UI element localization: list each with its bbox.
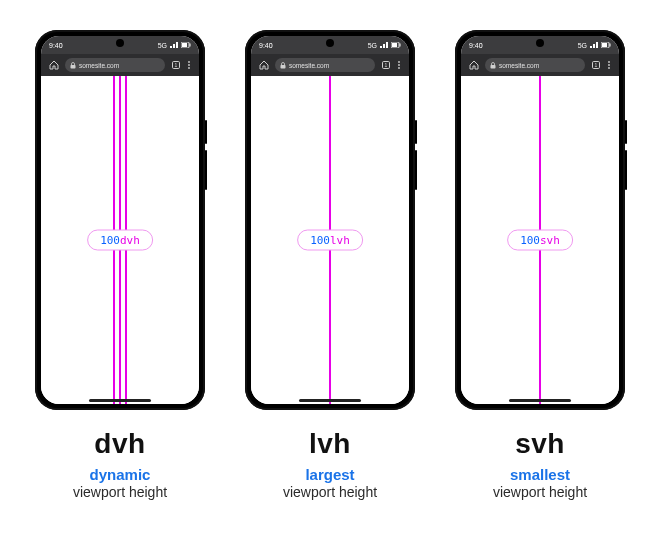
tabs-icon[interactable]: 1 <box>171 60 181 70</box>
browser-toolbar: somesite.com 1 <box>251 54 409 76</box>
svg-rect-11 <box>392 43 397 47</box>
status-right: 5G <box>368 42 401 49</box>
svg-point-24 <box>608 61 610 63</box>
svg-text:1: 1 <box>595 62 598 68</box>
svg-point-6 <box>188 61 190 63</box>
phone-frame: 9:40 5G somesite.com 1 <box>455 30 625 410</box>
url-text: somesite.com <box>79 62 119 69</box>
status-right: 5G <box>158 42 191 49</box>
power-button <box>205 120 207 144</box>
signal-icon <box>380 42 388 48</box>
svg-text:1: 1 <box>385 62 388 68</box>
lock-icon <box>490 62 496 69</box>
dimension-label: 100lvh <box>297 230 363 251</box>
status-time: 9:40 <box>259 42 273 49</box>
volume-button <box>625 150 627 190</box>
caption-unit: lvh <box>309 428 351 460</box>
gesture-handle <box>299 399 361 402</box>
tabs-icon[interactable]: 1 <box>381 60 391 70</box>
svg-rect-3 <box>71 65 76 69</box>
caption-unit: dvh <box>94 428 145 460</box>
home-icon[interactable] <box>469 60 479 70</box>
more-icon[interactable] <box>397 60 401 70</box>
power-button <box>415 120 417 144</box>
page-content: 100lvh <box>251 76 409 404</box>
svg-point-15 <box>398 61 400 63</box>
gesture-handle <box>509 399 571 402</box>
item-svh: 9:40 5G somesite.com 1 <box>450 30 630 500</box>
diagram-viewport-units: 9:40 5G somesite.com 1 <box>0 0 660 548</box>
caption-keyword: smallest <box>510 466 570 483</box>
svg-rect-20 <box>602 43 607 47</box>
svg-rect-10 <box>400 44 401 47</box>
url-text: somesite.com <box>499 62 539 69</box>
url-box[interactable]: somesite.com <box>65 58 165 72</box>
lock-icon <box>70 62 76 69</box>
status-network: 5G <box>368 42 377 49</box>
phone-row: 9:40 5G somesite.com 1 <box>0 0 660 500</box>
signal-icon <box>590 42 598 48</box>
status-time: 9:40 <box>469 42 483 49</box>
tabs-icon[interactable]: 1 <box>591 60 601 70</box>
browser-toolbar: somesite.com 1 <box>461 54 619 76</box>
item-lvh: 9:40 5G somesite.com 1 <box>240 30 420 500</box>
svg-rect-19 <box>610 44 611 47</box>
home-icon[interactable] <box>49 60 59 70</box>
caption-sub: viewport height <box>283 484 377 500</box>
phone-frame: 9:40 5G somesite.com 1 <box>245 30 415 410</box>
svg-point-7 <box>188 64 190 66</box>
lock-icon <box>280 62 286 69</box>
svg-rect-12 <box>281 65 286 69</box>
dimension-label: 100dvh <box>87 230 153 251</box>
volume-button <box>415 150 417 190</box>
page-content: 100svh <box>461 76 619 404</box>
phone-screen: 9:40 5G somesite.com 1 <box>41 36 199 404</box>
dimension-value: 100 <box>100 234 120 247</box>
phone-screen: 9:40 5G somesite.com 1 <box>251 36 409 404</box>
phone-screen: 9:40 5G somesite.com 1 <box>461 36 619 404</box>
status-time: 9:40 <box>49 42 63 49</box>
dimension-label: 100svh <box>507 230 573 251</box>
volume-button <box>205 150 207 190</box>
caption-keyword: dynamic <box>90 466 151 483</box>
power-button <box>625 120 627 144</box>
camera-hole <box>116 39 124 47</box>
svg-text:1: 1 <box>175 62 178 68</box>
svg-rect-2 <box>182 43 187 47</box>
status-network: 5G <box>578 42 587 49</box>
home-icon[interactable] <box>259 60 269 70</box>
dimension-unit: dvh <box>120 234 140 247</box>
item-dvh: 9:40 5G somesite.com 1 <box>30 30 210 500</box>
svg-point-25 <box>608 64 610 66</box>
phone-frame: 9:40 5G somesite.com 1 <box>35 30 205 410</box>
page-content: 100dvh <box>41 76 199 404</box>
dimension-value: 100 <box>520 234 540 247</box>
svg-rect-1 <box>190 44 191 47</box>
dimension-unit: lvh <box>330 234 350 247</box>
caption-unit: svh <box>515 428 565 460</box>
more-icon[interactable] <box>187 60 191 70</box>
url-box[interactable]: somesite.com <box>275 58 375 72</box>
svg-point-8 <box>188 67 190 69</box>
status-right: 5G <box>578 42 611 49</box>
url-box[interactable]: somesite.com <box>485 58 585 72</box>
browser-toolbar: somesite.com 1 <box>41 54 199 76</box>
svg-point-17 <box>398 67 400 69</box>
battery-icon <box>391 42 401 48</box>
signal-icon <box>170 42 178 48</box>
status-network: 5G <box>158 42 167 49</box>
battery-icon <box>601 42 611 48</box>
url-text: somesite.com <box>289 62 329 69</box>
camera-hole <box>536 39 544 47</box>
dimension-unit: svh <box>540 234 560 247</box>
battery-icon <box>181 42 191 48</box>
camera-hole <box>326 39 334 47</box>
more-icon[interactable] <box>607 60 611 70</box>
caption-sub: viewport height <box>493 484 587 500</box>
dimension-value: 100 <box>310 234 330 247</box>
svg-point-16 <box>398 64 400 66</box>
svg-rect-21 <box>491 65 496 69</box>
caption-keyword: largest <box>305 466 354 483</box>
svg-point-26 <box>608 67 610 69</box>
caption-sub: viewport height <box>73 484 167 500</box>
